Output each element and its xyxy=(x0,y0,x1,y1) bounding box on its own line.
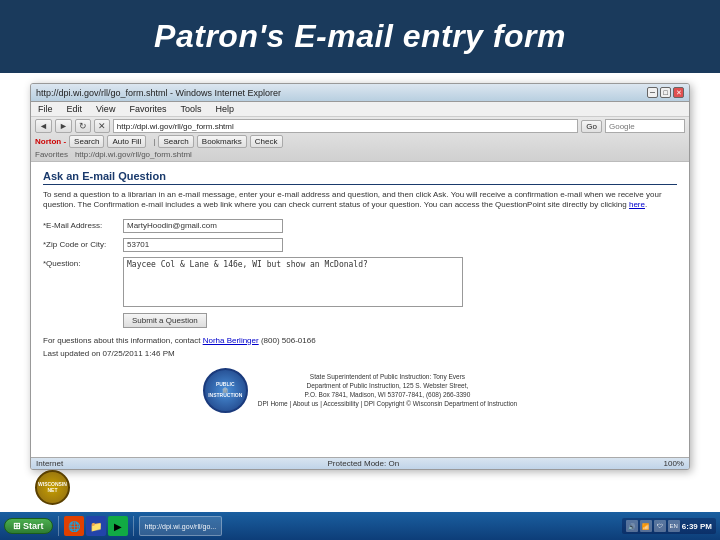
ie-icon[interactable]: 🌐 xyxy=(64,516,84,536)
wisconsin-seal: WISCONSIN NET xyxy=(35,470,70,505)
page-content: Ask an E-mail Question To send a questio… xyxy=(31,162,689,457)
favorites-label: Favorites xyxy=(35,150,68,159)
taskbar-divider2 xyxy=(133,516,134,536)
zip-label: *Zip Code or City: xyxy=(43,238,123,249)
menu-edit[interactable]: Edit xyxy=(65,103,85,115)
slide-title-bar: Patron's E-mail entry form xyxy=(0,0,720,73)
stop-button[interactable]: ✕ xyxy=(94,119,110,133)
slide-container: Patron's E-mail entry form http://dpi.wi… xyxy=(0,0,720,540)
last-updated: Last updated on 07/25/2011 1:46 PM xyxy=(43,349,677,358)
back-button[interactable]: ◄ xyxy=(35,119,52,133)
maximize-button[interactable]: □ xyxy=(660,87,671,98)
separator: | xyxy=(153,137,155,146)
questions-link[interactable]: Norha Berlinger xyxy=(203,336,259,345)
slide-heading: Patron's E-mail entry form xyxy=(40,18,680,55)
question-textarea[interactable]: Maycee Col & Lane & 146e, WI but show an… xyxy=(123,257,463,307)
media-icon[interactable]: ▶ xyxy=(108,516,128,536)
browser-title-text: http://dpi.wi.gov/rll/go_form.shtml - Wi… xyxy=(36,88,647,98)
taskbar-divider xyxy=(58,516,59,536)
submit-button[interactable]: Submit a Question xyxy=(123,313,207,328)
toolbar-row-norton: Norton - Search Auto Fill | Search Bookm… xyxy=(35,135,685,148)
zip-field[interactable] xyxy=(123,238,283,252)
email-field[interactable] xyxy=(123,219,283,233)
email-form-row: *E-Mail Address: xyxy=(43,219,677,233)
address-bar[interactable] xyxy=(113,119,578,133)
close-button[interactable]: ✕ xyxy=(673,87,684,98)
taskbar-window-item[interactable]: http://dpi.wi.gov/rll/go... xyxy=(139,516,223,536)
email-label: *E-Mail Address: xyxy=(43,219,123,230)
go-button[interactable]: Go xyxy=(581,120,602,133)
status-zoom: 100% xyxy=(664,459,684,468)
questions-text: For questions about this information, co… xyxy=(43,336,677,345)
bookmarks-button[interactable]: Bookmarks xyxy=(197,135,247,148)
check-button[interactable]: Check xyxy=(250,135,283,148)
footer-links: DPI Home | About us | Accessibility | DP… xyxy=(258,399,517,408)
norton-search-button[interactable]: Search xyxy=(69,135,104,148)
norton-label: Norton - xyxy=(35,137,66,146)
refresh-button[interactable]: ↻ xyxy=(75,119,91,133)
question-label: *Question: xyxy=(43,257,123,268)
start-button[interactable]: ⊞ Start xyxy=(4,518,53,534)
browser-titlebar: http://dpi.wi.gov/rll/go_form.shtml - Wi… xyxy=(31,84,689,102)
toolbar-row-favorites: Favorites http://dpi.wi.gov/rll/go_form.… xyxy=(35,150,685,159)
search-input[interactable] xyxy=(605,119,685,133)
menu-view[interactable]: View xyxy=(94,103,117,115)
tray-icon-1: 🔊 xyxy=(626,520,638,532)
folder-icon[interactable]: 📁 xyxy=(86,516,106,536)
footer-dpi-address: Department of Public Instruction, 125 S.… xyxy=(258,381,517,390)
tray-time: 6:39 PM xyxy=(682,522,712,531)
question-form-row: *Question: Maycee Col & Lane & 146e, WI … xyxy=(43,257,677,307)
submit-section: Submit a Question xyxy=(123,313,677,328)
tray-icon-2: 📶 xyxy=(640,520,652,532)
status-bar: Internet Protected Mode: On 100% xyxy=(31,457,689,469)
page-heading: Ask an E-mail Question xyxy=(43,170,677,185)
status-internet: Internet xyxy=(36,459,63,468)
page-footer: PUBLIC🏛️INSTRUCTION State Superintendent… xyxy=(43,358,677,413)
menu-file[interactable]: File xyxy=(36,103,55,115)
menu-help[interactable]: Help xyxy=(213,103,236,115)
toolbar-row-nav: ◄ ► ↻ ✕ Go xyxy=(35,119,685,133)
browser-toolbar: ◄ ► ↻ ✕ Go Norton - Search Auto Fill | S… xyxy=(31,117,689,162)
menu-bar: File Edit View Favorites Tools Help xyxy=(31,102,689,117)
menu-favorites[interactable]: Favorites xyxy=(127,103,168,115)
minimize-button[interactable]: ─ xyxy=(647,87,658,98)
auto-fill-button[interactable]: Auto Fill xyxy=(107,135,146,148)
windows-icon: ⊞ xyxy=(13,521,21,531)
taskbar-apps: 🌐 📁 ▶ xyxy=(64,516,128,536)
questions-phone: (800) 506-0166 xyxy=(261,336,316,345)
menu-tools[interactable]: Tools xyxy=(178,103,203,115)
browser-controls: ─ □ ✕ xyxy=(647,87,684,98)
start-label: Start xyxy=(23,521,44,531)
address-display[interactable]: http://dpi.wi.gov/rll/go_form.shtml xyxy=(75,150,192,159)
footer-dpi-title: State Superintendent of Public Instructi… xyxy=(258,372,517,381)
tray-icon-shield: 🛡 xyxy=(654,520,666,532)
page-description: To send a question to a librarian in an … xyxy=(43,190,677,211)
footer-dpi-address2: P.O. Box 7841, Madison, WI 53707-7841, (… xyxy=(258,390,517,399)
taskbar: ⊞ Start 🌐 📁 ▶ http://dpi.wi.gov/rll/go..… xyxy=(0,512,720,540)
taskbar-window-label: http://dpi.wi.gov/rll/go... xyxy=(145,523,217,530)
tray-icon-lang: EN xyxy=(668,520,680,532)
zip-form-row: *Zip Code or City: xyxy=(43,238,677,252)
search-button[interactable]: Search xyxy=(158,135,193,148)
forward-button[interactable]: ► xyxy=(55,119,72,133)
system-tray: 🔊 📶 🛡 EN 6:39 PM xyxy=(622,518,716,534)
questions-label: For questions about this information, co… xyxy=(43,336,200,345)
page-desc-text: To send a question to a librarian in an … xyxy=(43,190,662,209)
status-protected: Protected Mode: On xyxy=(328,459,400,468)
page-desc-link[interactable]: here xyxy=(629,200,645,209)
browser-window: http://dpi.wi.gov/rll/go_form.shtml - Wi… xyxy=(30,83,690,470)
